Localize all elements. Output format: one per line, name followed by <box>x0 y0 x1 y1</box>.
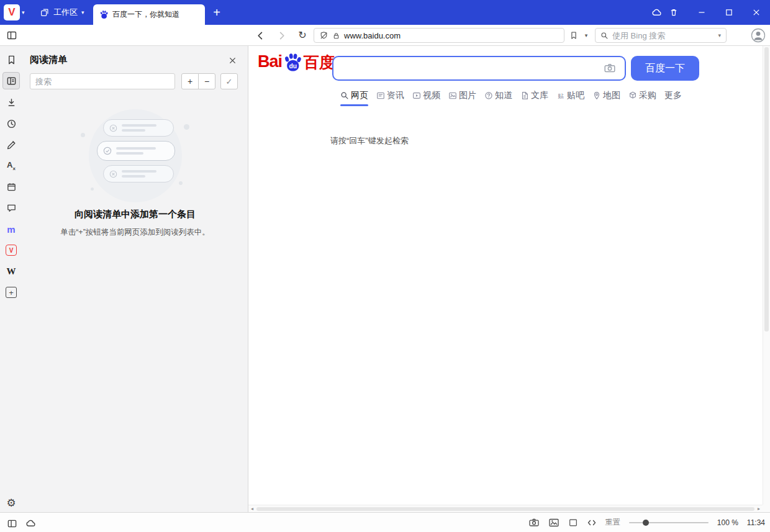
vivaldi-logo-icon: V <box>4 4 20 20</box>
vertical-scroll-thumb[interactable] <box>764 47 769 331</box>
panel-close-button[interactable] <box>227 55 238 66</box>
baidu-logo[interactable]: Bai du 百度 <box>258 52 335 71</box>
baidu-nav-wenku[interactable]: 文库 <box>520 87 548 104</box>
minimize-button[interactable] <box>688 0 715 25</box>
baidu-nav-news[interactable]: 资讯 <box>376 87 404 104</box>
scroll-right-icon[interactable]: ▸ <box>755 506 763 512</box>
cloud-icon <box>651 7 662 18</box>
vivaldi-menu-button[interactable]: V ▾ <box>4 4 25 20</box>
empty-state-title: 向阅读清单中添加第一个条目 <box>22 209 248 220</box>
document-icon <box>520 91 529 100</box>
search-field[interactable]: ▾ <box>595 28 727 43</box>
reader-view-button[interactable] <box>568 518 578 528</box>
search-input[interactable] <box>612 31 714 40</box>
horizontal-scroll-thumb[interactable] <box>256 507 754 511</box>
bookmark-page-button[interactable] <box>567 29 581 42</box>
baidu-nav-image[interactable]: 图片 <box>448 87 476 104</box>
downloads-panel-button[interactable] <box>2 94 20 111</box>
baidu-nav-video[interactable]: 视频 <box>412 87 440 104</box>
panel-toggle-button[interactable] <box>5 29 19 42</box>
reading-list-search[interactable] <box>30 73 175 89</box>
circle-check-icon <box>103 147 112 155</box>
vivaldi-icon: V <box>6 245 17 256</box>
reading-list-search-input[interactable] <box>35 77 170 86</box>
zoom-slider-thumb[interactable] <box>643 520 649 526</box>
wikipedia-icon: W <box>7 266 16 277</box>
shield-slash-icon <box>319 31 328 40</box>
gear-icon: ⚙ <box>6 497 16 509</box>
scroll-left-icon[interactable]: ◂ <box>248 506 256 512</box>
workspace-button[interactable]: 工作区 ▾ <box>35 4 89 20</box>
tab-title: 百度一下，你就知道 <box>112 9 179 20</box>
mark-read-button[interactable]: ✓ <box>220 73 238 89</box>
baidu-nav-more[interactable]: 更多 <box>664 87 682 104</box>
new-tab-button[interactable]: + <box>209 4 225 20</box>
video-icon <box>412 91 421 100</box>
baidu-search-button[interactable]: 百度一下 <box>631 56 699 81</box>
sync-status-button[interactable] <box>24 516 37 530</box>
baidu-nav-caigou[interactable]: 采购 <box>628 87 656 104</box>
wikipedia-webpanel-button[interactable]: W <box>2 263 20 280</box>
window-panel-button[interactable] <box>2 178 20 196</box>
profile-avatar[interactable] <box>750 27 766 43</box>
mastodon-webpanel-button[interactable]: m <box>2 220 20 238</box>
zoom-reset-button[interactable]: 重置 <box>605 517 620 528</box>
add-webpanel-button[interactable]: + <box>2 284 20 301</box>
baidu-search-box[interactable] <box>332 56 626 81</box>
vertical-scrollbar[interactable] <box>763 46 770 505</box>
baidu-nav-zhidao[interactable]: 知道 <box>484 87 512 104</box>
chevron-down-icon: ▾ <box>81 10 84 16</box>
panel-toggle-button[interactable] <box>5 516 19 530</box>
svg-text:贴: 贴 <box>558 92 564 99</box>
baidu-nav-webpage[interactable]: 网页 <box>340 87 368 104</box>
horizontal-scrollbar[interactable]: ◂ ▸ <box>248 505 763 512</box>
title-bar: V ▾ 工作区 ▾ 百度一下，你就知道 + <box>0 0 770 25</box>
vivaldi-webpanel-button[interactable]: V <box>2 241 20 259</box>
baidu-logo-bai: Bai <box>258 53 282 71</box>
ghost-list-item <box>103 165 174 183</box>
reload-button[interactable]: ↻ <box>296 29 309 42</box>
mastodon-icon: m <box>7 224 15 235</box>
back-button[interactable] <box>253 29 267 42</box>
trash-button[interactable] <box>666 4 682 20</box>
workspace-label: 工作区 <box>53 7 78 18</box>
history-panel-button[interactable] <box>2 115 20 132</box>
status-bar-right: 重置 100 % 11:34 <box>528 513 765 532</box>
maximize-button[interactable] <box>715 0 743 25</box>
add-item-button[interactable]: + <box>181 73 199 89</box>
clock: 11:34 <box>747 518 765 527</box>
navigation-toolbar: ↻ www.baidu.com ▾ ▾ <box>0 25 770 46</box>
settings-button[interactable]: ⚙ <box>2 494 20 512</box>
empty-state-subtitle: 单击“+”按钮将当前网页添加到阅读列表中。 <box>22 227 248 238</box>
reading-list-actions: + − <box>181 73 215 89</box>
baidu-search-input[interactable] <box>342 63 604 74</box>
feedback-panel-button[interactable] <box>2 199 20 217</box>
url-text: www.baidu.com <box>344 31 401 40</box>
address-bar[interactable]: www.baidu.com <box>314 28 564 43</box>
translate-panel-button[interactable]: Ax <box>2 157 20 174</box>
search-icon <box>600 32 609 40</box>
camera-search-icon[interactable] <box>604 62 616 74</box>
sync-button[interactable] <box>648 4 664 20</box>
bookmarks-panel-button[interactable] <box>2 51 20 68</box>
cube-icon <box>628 91 637 100</box>
baidu-hint-text: 请按“回车”键发起检索 <box>330 135 409 147</box>
svg-text:du: du <box>289 63 297 70</box>
close-button[interactable] <box>743 0 770 25</box>
baidu-favicon <box>99 10 109 19</box>
reading-list-panel-button[interactable] <box>2 72 20 89</box>
forward-button[interactable] <box>274 29 288 42</box>
notes-panel-button[interactable] <box>2 136 20 153</box>
ghost-list-item <box>97 141 175 161</box>
zoom-slider[interactable] <box>629 518 709 527</box>
page-actions-button[interactable] <box>587 518 597 528</box>
remove-item-button[interactable]: − <box>198 73 215 89</box>
toggle-images-button[interactable] <box>548 517 559 528</box>
capture-button[interactable] <box>528 517 540 528</box>
tab-baidu[interactable]: 百度一下，你就知道 <box>93 4 205 25</box>
baidu-nav-map[interactable]: 地图 <box>592 87 620 104</box>
tieba-icon: 贴 <box>556 91 565 100</box>
baidu-nav-tieba[interactable]: 贴 贴吧 <box>556 87 584 104</box>
zoom-slider-track[interactable] <box>629 522 709 523</box>
bookmark-dropdown-button[interactable]: ▾ <box>581 29 591 42</box>
